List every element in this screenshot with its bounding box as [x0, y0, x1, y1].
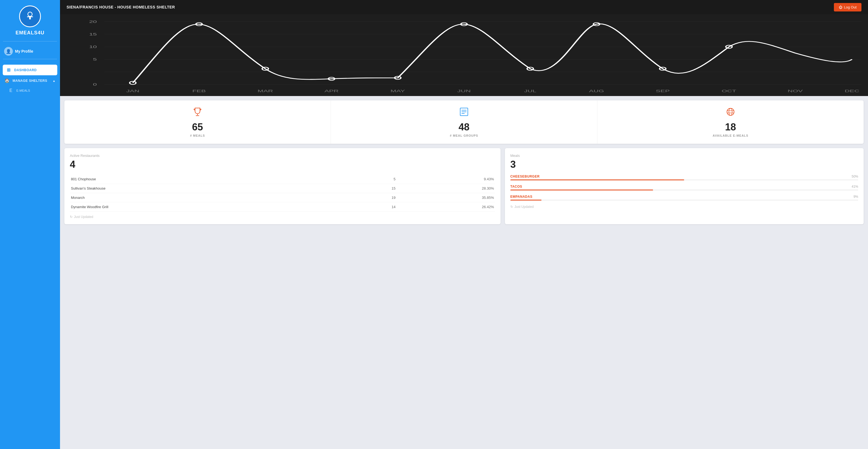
- sidebar-divider: [3, 41, 57, 41]
- meal-name: EMPANADAS: [510, 195, 532, 199]
- meals-footer: ↻ Just Updated: [510, 205, 858, 209]
- restaurants-table: 801 Chophouse 5 9.43% Sullivan's Steakho…: [70, 174, 495, 212]
- meals-label: # MEALS: [190, 134, 205, 137]
- meal-item: CHEESEBURGER 50%: [510, 174, 858, 180]
- restaurant-pct: 28.30%: [401, 184, 495, 193]
- table-row: Sullivan's Steakhouse 15 28.30%: [70, 184, 495, 193]
- meal-pct: 41%: [851, 185, 858, 189]
- svg-text:JUN: JUN: [457, 89, 470, 93]
- sidebar-divider2: [3, 59, 57, 59]
- logo-icon: [24, 10, 36, 22]
- meal-bar-bg: [510, 180, 858, 180]
- meal-bar-fill: [510, 200, 542, 200]
- bottom-panels: Active Restaurants 4 801 Chophouse 5 9.4…: [64, 148, 864, 224]
- app-logo: [19, 5, 41, 27]
- restaurant-name: 801 Chophouse: [70, 174, 332, 184]
- restaurants-panel: Active Restaurants 4 801 Chophouse 5 9.4…: [64, 148, 501, 224]
- refresh-icon: ↻: [70, 215, 72, 219]
- sidebar: EMEALS4U 👤 My Profile ⊞ DASHBOARD 🏠 MANA…: [0, 0, 60, 449]
- avatar: 👤: [4, 47, 13, 56]
- emeals-label: AVAILABLE E-MEALS: [713, 134, 748, 137]
- stats-row: 65 # MEALS 48 # MEAL GROUPS: [64, 100, 864, 144]
- app-name: EMEALS4U: [16, 30, 44, 36]
- logout-button[interactable]: ⏻ Log Out: [834, 3, 862, 11]
- table-row: 801 Chophouse 5 9.43%: [70, 174, 495, 184]
- restaurant-name: Monarch: [70, 193, 332, 202]
- meal-groups-label: # MEAL GROUPS: [450, 134, 478, 137]
- sidebar-label-shelters: MANAGE SHELTERS: [12, 79, 47, 83]
- meal-name: CHEESEBURGER: [510, 174, 539, 179]
- svg-text:OCT: OCT: [721, 89, 736, 93]
- meal-pct: 9%: [854, 195, 858, 199]
- line-chart: 20 15 10 5 0 JAN FEB MAR APR MAY JUN JUL…: [67, 19, 862, 94]
- restaurant-count: 19: [332, 193, 401, 202]
- meals-panel-title: Meals: [510, 154, 858, 158]
- restaurants-footer: ↻ Just Updated: [70, 215, 495, 219]
- logout-label: Log Out: [844, 5, 857, 9]
- meals-list: CHEESEBURGER 50% TACOS 41% EMPANADAS 9%: [510, 174, 858, 200]
- meals-refresh-icon: ↻: [510, 205, 513, 209]
- svg-point-0: [28, 12, 32, 17]
- meal-bar-fill: [510, 190, 653, 190]
- meal-bar-bg: [510, 200, 858, 200]
- svg-text:5: 5: [93, 58, 97, 61]
- restaurants-footer-text: Just Updated: [74, 215, 93, 219]
- svg-rect-2: [29, 17, 31, 19]
- profile-label: My Profile: [15, 49, 33, 54]
- svg-text:AUG: AUG: [589, 89, 604, 93]
- meals-footer-text: Just Updated: [515, 205, 534, 209]
- trophy-icon: [193, 107, 203, 119]
- shelters-icon: 🏠: [4, 78, 10, 83]
- svg-text:10: 10: [89, 45, 97, 49]
- globe-icon: [725, 107, 736, 119]
- stat-emeals: 18 AVAILABLE E-MEALS: [597, 100, 864, 144]
- svg-text:NOV: NOV: [788, 89, 803, 93]
- logout-icon: ⏻: [839, 5, 842, 9]
- sidebar-item-manage-shelters[interactable]: 🏠 MANAGE SHELTERS ▲: [0, 75, 60, 86]
- restaurant-pct: 26.42%: [401, 202, 495, 212]
- page-title: SIENA/FRANCIS HOUSE - HOUSE HOMELESS SHE…: [67, 5, 175, 9]
- restaurants-title: Active Restaurants: [70, 154, 495, 158]
- meal-item: TACOS 41%: [510, 185, 858, 190]
- meals-panel-count: 3: [510, 159, 858, 170]
- stat-meals: 65 # MEALS: [64, 100, 331, 144]
- sidebar-item-dashboard[interactable]: ⊞ DASHBOARD: [3, 65, 57, 75]
- svg-text:15: 15: [89, 32, 97, 36]
- sidebar-label-dashboard: DASHBOARD: [14, 68, 37, 72]
- svg-text:20: 20: [89, 20, 97, 24]
- restaurant-count: 15: [332, 184, 401, 193]
- svg-text:SEP: SEP: [656, 89, 670, 93]
- meal-item: EMPANADAS 9%: [510, 195, 858, 200]
- svg-text:MAR: MAR: [257, 89, 273, 93]
- svg-rect-1: [27, 17, 33, 17]
- table-row: Dynamite Woodfire Grill 14 26.42%: [70, 202, 495, 212]
- meal-pct: 50%: [851, 174, 858, 179]
- restaurant-count: 14: [332, 202, 401, 212]
- sidebar-item-emeals[interactable]: E E-MEALS: [0, 86, 60, 95]
- restaurant-count: 5: [332, 174, 401, 184]
- svg-point-42: [727, 108, 734, 116]
- main-content: SIENA/FRANCIS HOUSE - HOUSE HOMELESS SHE…: [60, 0, 868, 449]
- svg-text:FEB: FEB: [192, 89, 206, 93]
- topbar: SIENA/FRANCIS HOUSE - HOUSE HOMELESS SHE…: [60, 0, 868, 14]
- svg-text:MAY: MAY: [391, 89, 405, 93]
- restaurant-name: Sullivan's Steakhouse: [70, 184, 332, 193]
- meal-bar-bg: [510, 190, 858, 190]
- list-icon: [459, 107, 469, 119]
- meal-name: TACOS: [510, 185, 522, 189]
- restaurants-count: 4: [70, 159, 495, 170]
- stat-meal-groups: 48 # MEAL GROUPS: [331, 100, 597, 144]
- emeals-value: 18: [725, 121, 736, 133]
- emeals-prefix: E: [8, 88, 13, 93]
- my-profile-link[interactable]: 👤 My Profile: [3, 45, 57, 58]
- sidebar-nav: ⊞ DASHBOARD 🏠 MANAGE SHELTERS ▲ E E-MEAL…: [0, 65, 60, 95]
- svg-point-26: [130, 81, 136, 85]
- restaurant-pct: 35.85%: [401, 193, 495, 202]
- restaurant-name: Dynamite Woodfire Grill: [70, 202, 332, 212]
- meals-panel: Meals 3 CHEESEBURGER 50% TACOS 41% EMPAN…: [505, 148, 864, 224]
- table-row: Monarch 19 35.85%: [70, 193, 495, 202]
- svg-text:JUL: JUL: [524, 89, 536, 93]
- meals-value: 65: [192, 121, 203, 133]
- meal-bar-fill: [510, 180, 684, 180]
- svg-text:0: 0: [93, 83, 97, 87]
